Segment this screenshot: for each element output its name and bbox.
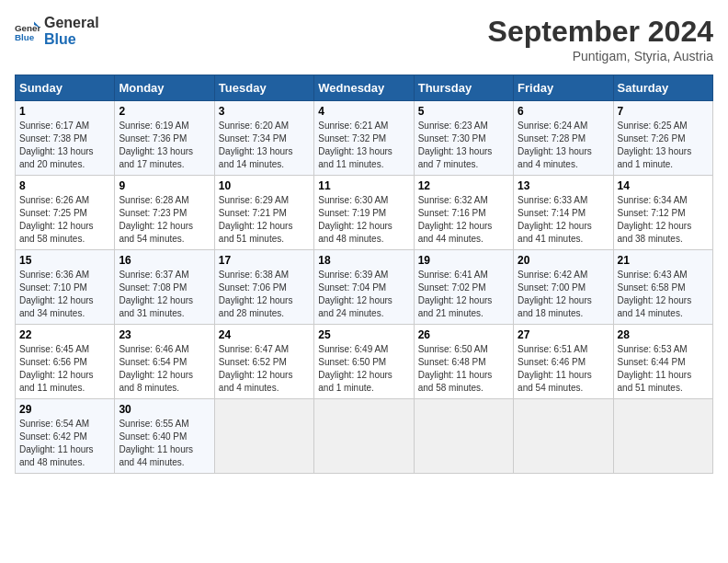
calendar-week-row: 29 Sunrise: 6:54 AM Sunset: 6:42 PM Dayl… bbox=[16, 399, 713, 474]
calendar-cell bbox=[613, 399, 712, 474]
day-info: Sunrise: 6:30 AM Sunset: 7:19 PM Dayligh… bbox=[318, 194, 409, 246]
day-number: 10 bbox=[219, 179, 310, 192]
calendar-cell: 28 Sunrise: 6:53 AM Sunset: 6:44 PM Dayl… bbox=[613, 325, 712, 399]
day-of-week-header: Monday bbox=[115, 75, 214, 101]
day-number: 23 bbox=[119, 328, 210, 341]
logo-general: General bbox=[44, 15, 99, 31]
sunrise-label: Sunrise: 6:37 AM bbox=[119, 270, 188, 280]
day-number: 17 bbox=[219, 254, 310, 267]
daylight-label: Daylight: 12 hours and 51 minutes. bbox=[219, 221, 293, 244]
sunset-label: Sunset: 6:46 PM bbox=[518, 357, 586, 367]
daylight-label: Daylight: 11 hours and 48 minutes. bbox=[19, 444, 94, 467]
day-number: 30 bbox=[119, 403, 210, 416]
calendar-header-row: SundayMondayTuesdayWednesdayThursdayFrid… bbox=[16, 75, 713, 101]
svg-text:Blue: Blue bbox=[15, 31, 35, 41]
sunset-label: Sunset: 7:36 PM bbox=[119, 133, 187, 144]
day-number: 14 bbox=[618, 179, 709, 192]
calendar-cell: 4 Sunrise: 6:21 AM Sunset: 7:32 PM Dayli… bbox=[314, 101, 414, 176]
day-info: Sunrise: 6:24 AM Sunset: 7:28 PM Dayligh… bbox=[518, 120, 609, 171]
calendar-cell: 14 Sunrise: 6:34 AM Sunset: 7:12 PM Dayl… bbox=[613, 176, 712, 250]
sunset-label: Sunset: 7:25 PM bbox=[19, 208, 87, 218]
sunset-label: Sunset: 7:19 PM bbox=[318, 208, 386, 218]
daylight-label: Daylight: 13 hours and 11 minutes. bbox=[318, 146, 392, 169]
day-info: Sunrise: 6:53 AM Sunset: 6:44 PM Dayligh… bbox=[618, 343, 709, 395]
sunset-label: Sunset: 6:50 PM bbox=[318, 357, 386, 367]
day-info: Sunrise: 6:47 AM Sunset: 6:52 PM Dayligh… bbox=[219, 343, 310, 395]
sunset-label: Sunset: 7:08 PM bbox=[119, 282, 187, 293]
daylight-label: Daylight: 12 hours and 11 minutes. bbox=[19, 370, 94, 393]
daylight-label: Daylight: 12 hours and 41 minutes. bbox=[518, 221, 592, 244]
day-info: Sunrise: 6:42 AM Sunset: 7:00 PM Dayligh… bbox=[518, 269, 609, 320]
calendar-cell: 23 Sunrise: 6:46 AM Sunset: 6:54 PM Dayl… bbox=[115, 325, 214, 399]
sunrise-label: Sunrise: 6:21 AM bbox=[318, 121, 388, 131]
day-info: Sunrise: 6:34 AM Sunset: 7:12 PM Dayligh… bbox=[618, 194, 709, 246]
page-header: General Blue General Blue September 2024… bbox=[15, 15, 713, 63]
daylight-label: Daylight: 12 hours and 1 minute. bbox=[318, 370, 392, 393]
calendar-table: SundayMondayTuesdayWednesdayThursdayFrid… bbox=[15, 75, 713, 474]
daylight-label: Daylight: 12 hours and 24 minutes. bbox=[318, 295, 392, 318]
day-number: 8 bbox=[19, 179, 110, 192]
calendar-cell: 5 Sunrise: 6:23 AM Sunset: 7:30 PM Dayli… bbox=[414, 101, 513, 176]
sunrise-label: Sunrise: 6:19 AM bbox=[119, 121, 188, 131]
sunrise-label: Sunrise: 6:43 AM bbox=[618, 270, 688, 280]
sunset-label: Sunset: 7:12 PM bbox=[618, 208, 686, 218]
day-of-week-header: Friday bbox=[514, 75, 613, 101]
day-number: 20 bbox=[518, 254, 609, 267]
calendar-cell: 27 Sunrise: 6:51 AM Sunset: 6:46 PM Dayl… bbox=[514, 325, 613, 399]
day-number: 29 bbox=[19, 403, 110, 416]
calendar-cell bbox=[214, 399, 313, 474]
sunset-label: Sunset: 7:00 PM bbox=[518, 282, 586, 293]
daylight-label: Daylight: 12 hours and 14 minutes. bbox=[618, 295, 692, 318]
calendar-cell: 17 Sunrise: 6:38 AM Sunset: 7:06 PM Dayl… bbox=[214, 250, 313, 325]
day-number: 12 bbox=[418, 179, 509, 192]
day-of-week-header: Tuesday bbox=[214, 75, 313, 101]
day-of-week-header: Wednesday bbox=[314, 75, 414, 101]
day-number: 22 bbox=[19, 328, 110, 341]
daylight-label: Daylight: 11 hours and 58 minutes. bbox=[418, 370, 493, 393]
day-info: Sunrise: 6:17 AM Sunset: 7:38 PM Dayligh… bbox=[19, 120, 110, 171]
day-number: 26 bbox=[418, 328, 509, 341]
daylight-label: Daylight: 12 hours and 31 minutes. bbox=[119, 295, 193, 318]
day-info: Sunrise: 6:32 AM Sunset: 7:16 PM Dayligh… bbox=[418, 194, 509, 246]
calendar-cell: 26 Sunrise: 6:50 AM Sunset: 6:48 PM Dayl… bbox=[414, 325, 513, 399]
day-info: Sunrise: 6:43 AM Sunset: 6:58 PM Dayligh… bbox=[618, 269, 709, 320]
sunset-label: Sunset: 6:52 PM bbox=[219, 357, 287, 367]
sunrise-label: Sunrise: 6:30 AM bbox=[318, 195, 388, 205]
sunrise-label: Sunrise: 6:51 AM bbox=[518, 344, 587, 354]
sunset-label: Sunset: 7:28 PM bbox=[518, 133, 586, 144]
daylight-label: Daylight: 12 hours and 58 minutes. bbox=[19, 221, 94, 244]
day-info: Sunrise: 6:39 AM Sunset: 7:04 PM Dayligh… bbox=[318, 269, 409, 320]
day-info: Sunrise: 6:37 AM Sunset: 7:08 PM Dayligh… bbox=[119, 269, 210, 320]
day-number: 21 bbox=[618, 254, 709, 267]
day-number: 18 bbox=[318, 254, 409, 267]
daylight-label: Daylight: 12 hours and 54 minutes. bbox=[119, 221, 193, 244]
day-info: Sunrise: 6:23 AM Sunset: 7:30 PM Dayligh… bbox=[418, 120, 509, 171]
daylight-label: Daylight: 11 hours and 44 minutes. bbox=[119, 444, 193, 467]
sunset-label: Sunset: 7:38 PM bbox=[19, 133, 87, 144]
day-number: 7 bbox=[618, 105, 709, 118]
day-number: 16 bbox=[119, 254, 210, 267]
daylight-label: Daylight: 12 hours and 4 minutes. bbox=[219, 370, 293, 393]
day-info: Sunrise: 6:51 AM Sunset: 6:46 PM Dayligh… bbox=[518, 343, 609, 395]
day-number: 19 bbox=[418, 254, 509, 267]
calendar-cell bbox=[514, 399, 613, 474]
day-number: 24 bbox=[219, 328, 310, 341]
calendar-cell: 1 Sunrise: 6:17 AM Sunset: 7:38 PM Dayli… bbox=[16, 101, 115, 176]
daylight-label: Daylight: 11 hours and 54 minutes. bbox=[518, 370, 592, 393]
calendar-week-row: 8 Sunrise: 6:26 AM Sunset: 7:25 PM Dayli… bbox=[16, 176, 713, 250]
daylight-label: Daylight: 12 hours and 48 minutes. bbox=[318, 221, 392, 244]
calendar-cell: 15 Sunrise: 6:36 AM Sunset: 7:10 PM Dayl… bbox=[16, 250, 115, 325]
sunset-label: Sunset: 7:14 PM bbox=[518, 208, 586, 218]
sunrise-label: Sunrise: 6:33 AM bbox=[518, 195, 587, 205]
day-number: 1 bbox=[19, 105, 110, 118]
location-subtitle: Puntigam, Styria, Austria bbox=[488, 49, 713, 63]
sunset-label: Sunset: 6:42 PM bbox=[19, 431, 87, 442]
day-info: Sunrise: 6:36 AM Sunset: 7:10 PM Dayligh… bbox=[19, 269, 110, 320]
day-info: Sunrise: 6:19 AM Sunset: 7:36 PM Dayligh… bbox=[119, 120, 210, 171]
calendar-cell: 13 Sunrise: 6:33 AM Sunset: 7:14 PM Dayl… bbox=[514, 176, 613, 250]
sunrise-label: Sunrise: 6:29 AM bbox=[219, 195, 289, 205]
calendar-week-row: 15 Sunrise: 6:36 AM Sunset: 7:10 PM Dayl… bbox=[16, 250, 713, 325]
sunset-label: Sunset: 7:10 PM bbox=[19, 282, 87, 293]
calendar-week-row: 22 Sunrise: 6:45 AM Sunset: 6:56 PM Dayl… bbox=[16, 325, 713, 399]
sunrise-label: Sunrise: 6:25 AM bbox=[618, 121, 688, 131]
